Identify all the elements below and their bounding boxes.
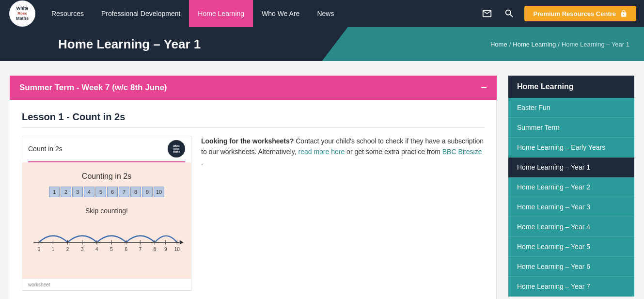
logo-text-maths: Maths xyxy=(16,16,29,21)
main-container: Summer Term - Week 7 (w/c 8th June) − Le… xyxy=(0,61,644,299)
lesson-text: Looking for the worksheets? Contact your… xyxy=(201,136,485,168)
video-logo: WhiteRoseMaths xyxy=(168,140,185,157)
nav-item-who-we-are[interactable]: Who We Are xyxy=(253,0,308,27)
accordion-title: Summer Term - Week 7 (w/c 8th June) xyxy=(19,83,167,93)
num-box-4: 4 xyxy=(84,187,94,197)
video-top-bar: Count in 2s WhiteRoseMaths xyxy=(22,136,191,161)
sidebar-item-year-6[interactable]: Home Learning – Year 6 xyxy=(508,257,634,277)
video-thumbnail[interactable]: Count in 2s WhiteRoseMaths Counting in 2… xyxy=(22,136,191,291)
svg-marker-1 xyxy=(180,240,184,244)
sidebar-item-year-2[interactable]: Home Learning – Year 2 xyxy=(508,177,634,197)
sidebar-header: Home Learning xyxy=(508,76,634,98)
sidebar-item-early-years[interactable]: Home Learning – Early Years xyxy=(508,138,634,157)
breadcrumb: Home / Home Learning / Home Learning – Y… xyxy=(490,41,629,48)
num-box-2: 2 xyxy=(61,187,71,197)
number-boxes: 1 2 3 4 5 6 7 8 9 10 xyxy=(28,187,185,197)
logo-text-rose: Rose xyxy=(17,11,27,16)
accordion-header[interactable]: Summer Term - Week 7 (w/c 8th June) − xyxy=(10,76,497,100)
accordion-collapse-icon[interactable]: − xyxy=(481,82,487,93)
lesson-text-part3: . xyxy=(201,159,203,167)
lesson-title: Lesson 1 - Count in 2s xyxy=(22,111,485,128)
lesson-link-bbc[interactable]: BBC Bitesize xyxy=(442,148,482,156)
nav-icons: Premium Resources Centre xyxy=(480,6,636,21)
svg-text:1: 1 xyxy=(52,247,55,252)
sidebar-item-year-1[interactable]: Home Learning – Year 1 xyxy=(508,157,634,177)
num-box-8: 8 xyxy=(130,187,141,197)
account-icon[interactable] xyxy=(480,6,494,21)
video-footer: worksheet xyxy=(22,279,191,290)
sidebar: Home Learning Easter Fun Summer Term Hom… xyxy=(508,76,634,297)
accordion-content: Lesson 1 - Count in 2s Count in 2s White… xyxy=(10,100,497,299)
breadcrumb-section[interactable]: Home Learning xyxy=(513,41,556,48)
search-icon[interactable] xyxy=(502,6,517,21)
sidebar-item-year-7[interactable]: Home Learning – Year 7 xyxy=(508,277,634,297)
svg-text:7: 7 xyxy=(139,247,141,252)
logo-text-white: White xyxy=(16,6,29,11)
svg-text:3: 3 xyxy=(81,247,84,252)
breadcrumb-home[interactable]: Home xyxy=(490,41,507,48)
content-area: Summer Term - Week 7 (w/c 8th June) − Le… xyxy=(10,76,497,299)
page-header: Home Learning – Year 1 Home / Home Learn… xyxy=(0,27,644,61)
lesson-text-bold: Looking for the worksheets? xyxy=(201,137,294,145)
sidebar-item-summer-term[interactable]: Summer Term xyxy=(508,118,634,138)
sidebar-item-year-3[interactable]: Home Learning – Year 3 xyxy=(508,197,634,217)
premium-button[interactable]: Premium Resources Centre xyxy=(524,6,636,21)
svg-text:5: 5 xyxy=(110,247,113,252)
number-line-svg: 0 1 2 3 4 5 6 7 8 9 10 xyxy=(28,220,185,257)
num-box-9: 9 xyxy=(142,187,153,197)
svg-text:2: 2 xyxy=(66,247,69,252)
nav-item-professional-development[interactable]: Professional Development xyxy=(93,0,189,27)
main-nav: White Rose Maths Resources Professional … xyxy=(0,0,644,27)
sidebar-item-year-4[interactable]: Home Learning – Year 4 xyxy=(508,217,634,237)
sidebar-item-year-5[interactable]: Home Learning – Year 5 xyxy=(508,237,634,257)
nav-item-home-learning[interactable]: Home Learning xyxy=(189,0,253,27)
num-box-7: 7 xyxy=(119,187,129,197)
svg-text:4: 4 xyxy=(95,247,98,252)
svg-text:0: 0 xyxy=(38,247,41,252)
svg-text:6: 6 xyxy=(125,247,127,252)
svg-text:10: 10 xyxy=(174,247,180,252)
num-box-6: 6 xyxy=(107,187,118,197)
breadcrumb-sep2: / xyxy=(558,41,560,48)
video-top-title: Count in 2s xyxy=(28,145,63,153)
video-content-area: Counting in 2s 1 2 3 4 5 6 7 8 9 10 xyxy=(22,162,191,279)
nav-item-resources[interactable]: Resources xyxy=(43,0,93,27)
sidebar-item-easter-fun[interactable]: Easter Fun xyxy=(508,98,634,118)
num-box-1: 1 xyxy=(49,187,60,197)
counting-title: Counting in 2s xyxy=(28,172,185,181)
num-box-10: 10 xyxy=(154,187,164,197)
svg-text:8: 8 xyxy=(154,247,157,252)
nav-item-news[interactable]: News xyxy=(308,0,343,27)
lesson-body: Count in 2s WhiteRoseMaths Counting in 2… xyxy=(22,136,485,291)
svg-text:9: 9 xyxy=(164,247,167,252)
nav-items: Resources Professional Development Home … xyxy=(43,0,480,27)
page-title: Home Learning – Year 1 xyxy=(58,37,201,52)
num-box-3: 3 xyxy=(72,187,83,197)
lesson-text-part2: or get some extra practice from xyxy=(346,148,442,156)
nav-logo[interactable]: White Rose Maths xyxy=(8,0,37,27)
breadcrumb-current: Home Learning – Year 1 xyxy=(562,41,629,48)
lesson-link-read-more[interactable]: read more here xyxy=(298,148,345,156)
breadcrumb-sep1: / xyxy=(509,41,511,48)
num-box-5: 5 xyxy=(95,187,106,197)
skip-counting-title: Skip counting! xyxy=(28,207,185,215)
